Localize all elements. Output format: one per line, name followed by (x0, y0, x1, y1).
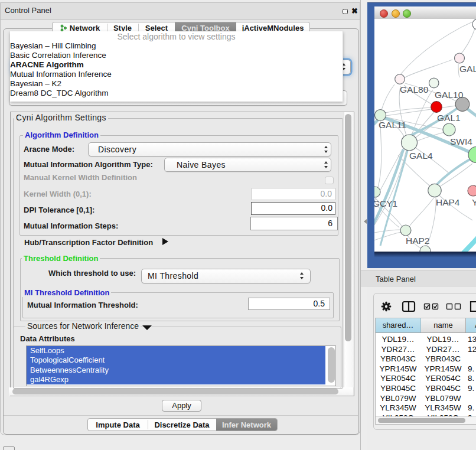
svg-text:GAL4: GAL4 (409, 151, 433, 161)
svg-text:GAL11: GAL11 (379, 120, 406, 130)
svg-text:GAL80: GAL80 (400, 84, 429, 94)
svg-text:Y: Y (472, 197, 476, 207)
svg-text:SWI4: SWI4 (450, 136, 472, 146)
svg-text:GCY1: GCY1 (374, 198, 397, 208)
svg-text:GAL10: GAL10 (435, 90, 464, 100)
svg-text:HAP4: HAP4 (436, 197, 460, 207)
svg-text:HAP2: HAP2 (406, 236, 430, 246)
svg-text:GAL1: GAL1 (437, 113, 461, 123)
svg-text:GAL7: GAL7 (459, 64, 476, 74)
